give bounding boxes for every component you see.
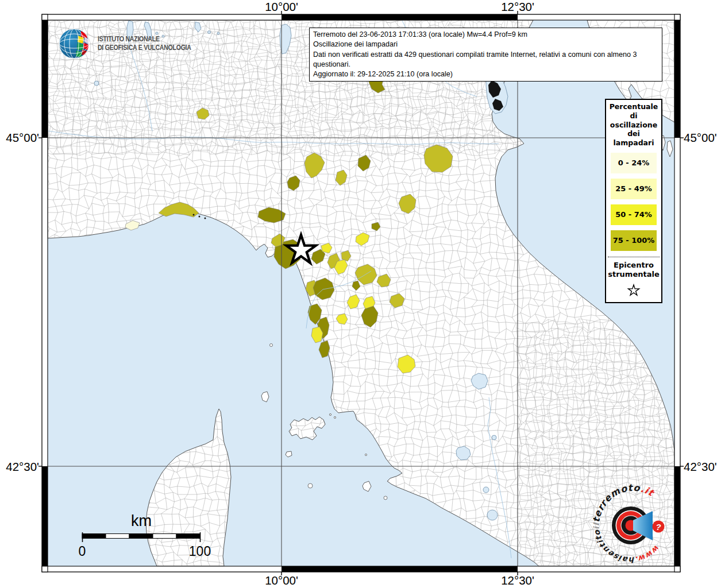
legend-classes: 0 - 24%25 - 49%50 - 74%75 - 100% bbox=[606, 153, 661, 251]
event-effect: Oscillazione dei lampadari bbox=[313, 40, 658, 49]
map-content bbox=[45, 17, 685, 574]
axis-label-bottom-right: 12°30' bbox=[501, 574, 534, 587]
axis-label-left-bottom: 42°30' bbox=[6, 460, 39, 473]
event-title: Terremoto del 23-06-2013 17:01:33 (ora l… bbox=[313, 30, 658, 40]
event-updated: Aggiornato il: 29-12-2025 21:10 (ora loc… bbox=[313, 69, 658, 79]
axis-label-right-bottom: 42°30' bbox=[684, 460, 717, 473]
axis-label-right-top: 45°00' bbox=[684, 131, 717, 144]
ingv-logo: ISTITUTO NAZIONALE DI GEOFISICA E VULCAN… bbox=[58, 26, 204, 61]
epicenter-star-icon bbox=[626, 283, 641, 297]
ingv-name: ISTITUTO NAZIONALE DI GEOFISICA E VULCAN… bbox=[98, 35, 191, 52]
epicenter-label: Epicentro strumentale bbox=[606, 261, 661, 280]
scale-bar-unit: km bbox=[131, 512, 152, 529]
macroseismic-map-page: 10°00' 12°30' 10°00' 12°30' 45°00' 42°30… bbox=[0, 0, 721, 588]
axis-label-top-left: 10°00' bbox=[265, 0, 298, 13]
legend: Percentualedioscillazionedeilampadari 0 … bbox=[605, 99, 662, 303]
legend-class-swatch: 25 - 49% bbox=[611, 179, 657, 199]
legend-class-swatch: 50 - 74% bbox=[611, 204, 657, 225]
axis-label-left-top: 45°00' bbox=[6, 131, 39, 144]
legend-class-swatch: 0 - 24% bbox=[611, 153, 657, 173]
legend-class-swatch: 75 - 100% bbox=[611, 230, 657, 251]
axis-label-bottom-left: 10°00' bbox=[265, 574, 298, 587]
scale-bar-end-label: 100 bbox=[189, 544, 211, 559]
scale-bar-start-label: 0 bbox=[79, 544, 86, 559]
axis-label-top-right: 12°30' bbox=[501, 0, 534, 13]
legend-divider bbox=[608, 257, 660, 257]
event-data-note: Dati non verificati estratti da 429 ques… bbox=[313, 50, 658, 70]
legend-title: Percentualedioscillazionedeilampadari bbox=[606, 100, 661, 148]
ingv-globe-icon bbox=[58, 26, 92, 61]
event-info-box: Terremoto del 23-06-2013 17:01:33 (ora l… bbox=[309, 28, 662, 82]
